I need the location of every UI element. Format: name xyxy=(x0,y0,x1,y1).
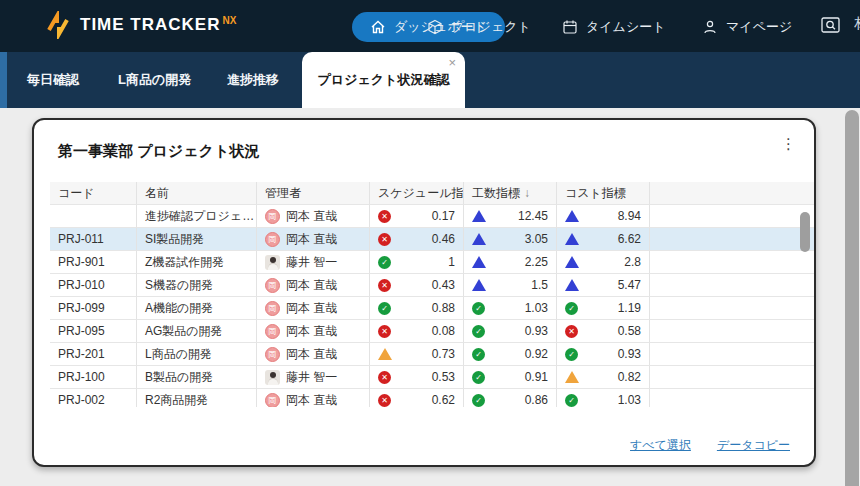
project-status-widget: 第一事業部 プロジェクト状況 ⋮ コード 名前 管理者 スケジュール指標 工数指… xyxy=(32,118,816,467)
cell-code: PRJ-100 xyxy=(50,366,137,389)
status-good-icon: ✓ xyxy=(378,302,391,315)
column-header-name[interactable]: 名前 xyxy=(137,182,257,205)
column-header-schedule[interactable]: スケジュール指標 xyxy=(370,182,464,205)
manager-avatar: 岡 xyxy=(265,347,280,362)
widget-footer-links: すべて選択 データコピー xyxy=(630,437,790,454)
cost-value: 8.94 xyxy=(618,209,641,223)
cell-schedule-index: ✕ 0.46 xyxy=(370,228,464,251)
brand-logo: TIME TRACKERNX xyxy=(44,11,236,39)
status-up-icon xyxy=(565,210,579,222)
cell-cost-index: 2.8 xyxy=(557,251,650,274)
brand-name: TIME TRACKER xyxy=(80,15,220,34)
data-copy-link[interactable]: データコピー xyxy=(717,437,790,454)
table-row[interactable]: PRJ-095 AG製品の開発 岡 岡本 直哉 ✕ 0.08 ✓ 0.93 ✕ … xyxy=(50,320,814,343)
cell-filler xyxy=(650,251,814,274)
schedule-value: 0.17 xyxy=(432,209,455,223)
cell-filler xyxy=(650,274,814,297)
cell-filler xyxy=(650,205,814,228)
manager-name: 岡本 直哉 xyxy=(286,392,337,408)
manager-name: 藤井 智一 xyxy=(286,254,337,271)
cost-value: 0.93 xyxy=(618,347,641,361)
table-row[interactable]: PRJ-099 A機能の開発 岡 岡本 直哉 ✓ 0.88 ✓ 1.03 ✓ 1… xyxy=(50,297,814,320)
app-window: { "topbar": { "brand": "TIME TRACKER", "… xyxy=(0,0,860,486)
column-header-code[interactable]: コード xyxy=(50,182,137,205)
schedule-value: 0.43 xyxy=(432,278,455,292)
table-row[interactable]: 進捗確認プロジェ… 岡 岡本 直哉 ✕ 0.17 12.45 8.94 xyxy=(50,205,814,228)
effort-value: 3.05 xyxy=(525,232,548,246)
table-row[interactable]: PRJ-002 R2商品開発 岡 岡本 直哉 ✕ 0.62 ✓ 0.86 ✓ 1… xyxy=(50,389,814,407)
widget-menu-icon[interactable]: ⋮ xyxy=(781,140,796,147)
status-up-icon xyxy=(472,256,486,268)
cell-cost-index: ✓ 1.19 xyxy=(557,297,650,320)
widget-title: 第一事業部 プロジェクト状況 xyxy=(58,142,259,161)
status-up-icon xyxy=(565,279,579,291)
manager-name: 岡本 直哉 xyxy=(286,277,337,294)
manager-avatar: 岡 xyxy=(265,209,280,224)
cell-manager: 藤井 智一 xyxy=(257,251,370,274)
tab-progress-trend[interactable]: 進捗推移 xyxy=(227,52,279,108)
cost-value: 1.19 xyxy=(618,301,641,315)
column-header-effort[interactable]: 工数指標↓ xyxy=(464,182,557,205)
status-bad-icon: ✕ xyxy=(378,371,391,384)
nav-label: マイページ xyxy=(726,18,792,36)
cell-code: PRJ-010 xyxy=(50,274,137,297)
tab-l-product-dev[interactable]: L商品の開発 xyxy=(118,52,191,108)
cell-filler xyxy=(650,343,814,366)
nav-label: プロジェクト xyxy=(451,18,531,36)
search-panel-icon[interactable] xyxy=(820,15,841,36)
status-up-icon xyxy=(472,210,486,222)
table-row[interactable]: PRJ-901 Z機器試作開発 藤井 智一 ✓ 1 2.25 2.8 xyxy=(50,251,814,274)
column-header-manager[interactable]: 管理者 xyxy=(257,182,370,205)
close-tab-icon[interactable]: × xyxy=(448,55,456,70)
cube-icon xyxy=(427,19,443,35)
cell-schedule-index: 0.73 xyxy=(370,343,464,366)
manager-name: 岡本 直哉 xyxy=(286,300,337,317)
cell-filler xyxy=(650,366,814,389)
clipped-nav-icon[interactable]: 材 xyxy=(854,15,860,37)
table-row[interactable]: PRJ-100 B製品の開発 藤井 智一 ✕ 0.53 ✓ 0.91 0.82 xyxy=(50,366,814,389)
column-label: 工数指標 xyxy=(472,185,520,202)
nav-item-mypage[interactable]: マイページ xyxy=(702,12,792,42)
schedule-value: 0.73 xyxy=(432,347,455,361)
table-row[interactable]: PRJ-010 S機器の開発 岡 岡本 直哉 ✕ 0.43 1.5 5.47 xyxy=(50,274,814,297)
nav-item-project[interactable]: プロジェクト xyxy=(427,12,531,42)
manager-name: 岡本 直哉 xyxy=(286,323,337,340)
status-good-icon: ✓ xyxy=(472,302,485,315)
cell-code: PRJ-095 xyxy=(50,320,137,343)
cell-cost-index: ✓ 0.93 xyxy=(557,343,650,366)
nav-item-timesheet[interactable]: タイムシート xyxy=(562,12,666,42)
cell-filler xyxy=(650,389,814,407)
sort-desc-icon[interactable]: ↓ xyxy=(524,186,530,200)
cell-effort-index: ✓ 1.03 xyxy=(464,297,557,320)
cell-schedule-index: ✓ 0.88 xyxy=(370,297,464,320)
manager-avatar xyxy=(265,370,280,385)
status-bad-icon: ✕ xyxy=(378,210,391,223)
cell-manager: 岡 岡本 直哉 xyxy=(257,343,370,366)
cost-value: 1.03 xyxy=(618,393,641,407)
nav-label: タイムシート xyxy=(586,18,666,36)
manager-avatar: 岡 xyxy=(265,324,280,339)
schedule-value: 0.46 xyxy=(432,232,455,246)
cell-filler xyxy=(650,297,814,320)
status-good-icon: ✓ xyxy=(472,325,485,338)
tab-project-status-check[interactable]: プロジェクト状況確認 × xyxy=(302,52,465,108)
cell-name: SI製品開発 xyxy=(137,228,257,251)
status-up-icon xyxy=(472,279,486,291)
table-scrollbar-thumb[interactable] xyxy=(800,212,810,252)
effort-value: 0.91 xyxy=(525,370,548,384)
table-row[interactable]: PRJ-011 SI製品開発 岡 岡本 直哉 ✕ 0.46 3.05 6.62 xyxy=(50,228,814,251)
status-bad-icon: ✕ xyxy=(378,394,391,407)
cell-schedule-index: ✕ 0.53 xyxy=(370,366,464,389)
cell-name: Z機器試作開発 xyxy=(137,251,257,274)
manager-name: 岡本 直哉 xyxy=(286,208,337,225)
cost-value: 5.47 xyxy=(618,278,641,292)
effort-value: 2.25 xyxy=(525,255,548,269)
column-header-cost[interactable]: コスト指標 xyxy=(557,182,650,205)
schedule-value: 0.88 xyxy=(432,301,455,315)
table-row[interactable]: PRJ-201 L商品の開発 岡 岡本 直哉 0.73 ✓ 0.92 ✓ 0.9… xyxy=(50,343,814,366)
tab-daily-check[interactable]: 毎日確認 xyxy=(27,52,79,108)
page-scrollbar-thumb[interactable] xyxy=(845,110,859,486)
select-all-link[interactable]: すべて選択 xyxy=(630,437,691,454)
cell-filler xyxy=(650,320,814,343)
effort-value: 12.45 xyxy=(518,209,548,223)
